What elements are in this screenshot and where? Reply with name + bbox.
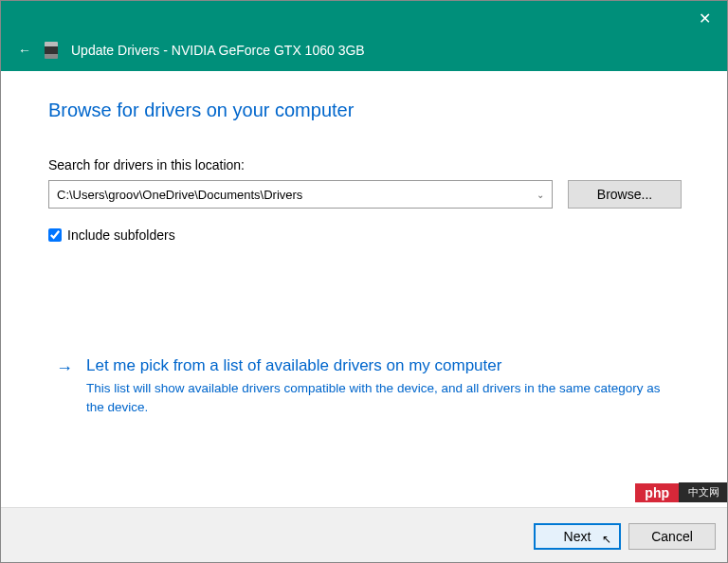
next-button[interactable]: Next ↖ [534, 523, 621, 550]
watermark-right: 中文网 [679, 482, 728, 502]
include-subfolders-checkbox[interactable] [48, 228, 62, 242]
pick-from-list-option[interactable]: → Let me pick from a list of available d… [48, 356, 682, 416]
next-label: Next [564, 529, 592, 544]
header: ← Update Drivers - NVIDIA GeForce GTX 10… [1, 35, 728, 71]
watermark-left: php [635, 483, 679, 502]
pick-description: This list will show available drivers co… [86, 379, 674, 416]
include-subfolders-row[interactable]: Include subfolders [48, 227, 682, 243]
titlebar: ✕ [1, 1, 728, 35]
close-button[interactable]: ✕ [687, 1, 721, 35]
header-title: Update Drivers - NVIDIA GeForce GTX 1060… [71, 43, 365, 58]
cursor-icon: ↖ [602, 533, 611, 546]
path-value: C:\Users\groov\OneDrive\Documents\Driver… [57, 188, 302, 202]
pick-title: Let me pick from a list of available dri… [86, 356, 674, 375]
back-button[interactable]: ← [18, 43, 31, 58]
device-icon [45, 42, 58, 59]
footer: Next ↖ Cancel [1, 507, 728, 563]
pick-text: Let me pick from a list of available dri… [86, 356, 674, 416]
browse-button[interactable]: Browse... [568, 180, 682, 209]
cancel-button[interactable]: Cancel [628, 523, 716, 550]
chevron-down-icon: ⌄ [537, 190, 544, 200]
close-icon: ✕ [699, 9, 711, 27]
search-row: C:\Users\groov\OneDrive\Documents\Driver… [48, 180, 682, 209]
page-title: Browse for drivers on your computer [48, 100, 682, 121]
path-combobox[interactable]: C:\Users\groov\OneDrive\Documents\Driver… [48, 180, 553, 209]
search-location-label: Search for drivers in this location: [48, 157, 682, 173]
watermark: php 中文网 [635, 482, 728, 502]
content-area: Browse for drivers on your computer Sear… [1, 71, 728, 507]
include-subfolders-label: Include subfolders [67, 227, 175, 243]
arrow-right-icon: → [56, 358, 73, 378]
